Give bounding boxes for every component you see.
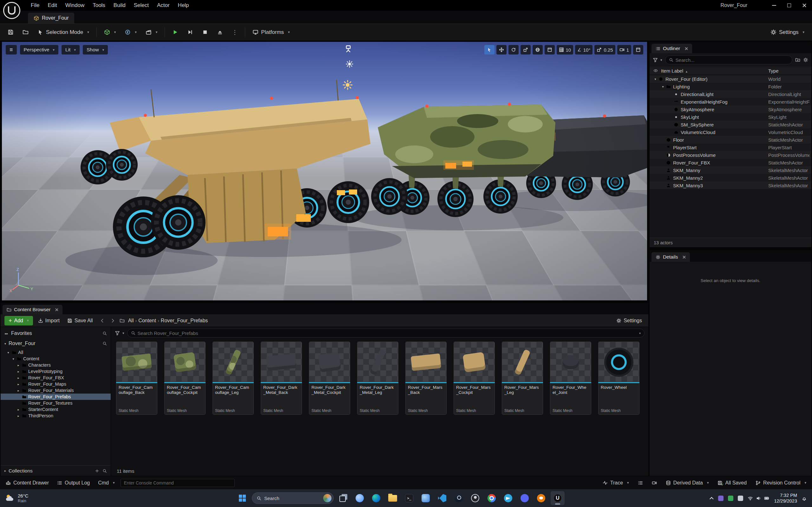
folder-tree-item[interactable]: Rover_Four_Prefabs [1,394,111,400]
breadcrumb-all[interactable]: All [127,318,135,324]
directional-light-gizmo[interactable] [343,80,353,91]
expand-arrow-icon[interactable] [660,85,665,89]
asset-searchbox[interactable]: ▾ [127,329,645,337]
show-dropdown[interactable]: Show [83,45,108,55]
search-icon[interactable] [102,331,107,336]
outliner-filter-button[interactable] [653,57,662,62]
outliner-row[interactable]: Rover_Four_FBX StaticMeshActor [650,159,811,166]
weather-widget[interactable]: 26°C Rain [5,493,88,503]
trace-dropdown[interactable]: Trace [600,478,631,488]
outliner-row[interactable]: ExponentialHeightFog ExponentialHeightFo… [650,98,811,106]
breadcrumb-current-folder[interactable]: Rover_Four_Prefabs [160,318,209,324]
folder-tree-item[interactable]: Rover_Four_Maps [1,381,111,387]
all-saved-button[interactable]: All Saved [715,478,749,488]
grid-snap-button[interactable]: 10 [557,45,573,55]
outliner-row[interactable]: SM_SkySphere StaticMeshActor [650,121,811,128]
expand-arrow-icon[interactable] [16,363,20,367]
outliner-row[interactable]: SkyAtmosphere SkyAtmosphere [650,106,811,113]
menu-item[interactable]: File [27,0,44,11]
expand-arrow-icon[interactable] [6,351,10,354]
folder-tree-item[interactable]: Rover_Four_Textures [1,400,111,406]
taskbar-app-icon[interactable] [369,491,383,505]
outliner-row[interactable]: Rover_Four (Editor) World [650,75,811,83]
forward-button[interactable] [109,317,117,325]
outliner-row[interactable]: DirectionalLight DirectionalLight [650,90,811,98]
type-column[interactable]: Type [768,68,779,73]
asset-tile[interactable]: Rover_Four_Wheel_Joint Static Mesh [550,342,591,415]
menu-item[interactable]: Tools [89,0,109,11]
expand-arrow-icon[interactable] [16,389,20,392]
taskbar-app-icon[interactable] [435,491,449,505]
saved-searches-chevron-icon[interactable]: ▾ [639,331,641,335]
taskbar-clock[interactable]: 7:32 PM 12/29/2023 [774,493,797,504]
breadcrumb-content[interactable]: Content [137,318,157,324]
taskbar-app-icon[interactable] [419,491,433,505]
folder-tree-item[interactable]: LevelPrototyping [1,368,111,375]
taskbar-app-icon[interactable] [468,491,482,505]
outliner-column-headers[interactable]: Item Label Type [650,66,811,75]
outliner-settings-gear-icon[interactable] [803,57,808,62]
add-collection-icon[interactable] [95,469,99,473]
favorites-section[interactable]: ▸ Favorites [1,328,111,338]
expand-arrow-icon[interactable] [16,383,20,386]
search-icon[interactable] [102,341,107,346]
close-icon[interactable] [682,256,686,259]
select-tool-button[interactable] [484,45,495,55]
tray-app-icon[interactable] [738,496,743,501]
outliner-row[interactable]: Lighting Folder [650,83,811,90]
taskbar-app-icon[interactable] [501,491,515,505]
close-icon[interactable] [684,47,688,50]
outliner-row[interactable]: PostProcessVolume PostProcessVolume [650,151,811,159]
level-viewport[interactable]: ≡ Perspective Lit Show 10 ∠10° 0.25 1 Z … [2,42,647,300]
viewport-3d-scene[interactable] [2,42,647,300]
asset-tile[interactable]: Rover_Wheel Static Mesh [598,342,640,415]
outliner-row[interactable]: Floor StaticMeshActor [650,136,811,144]
taskbar-app-icon[interactable] [551,491,565,505]
taskbar-app-icon[interactable] [485,491,499,505]
settings-dropdown[interactable]: Settings [767,26,808,38]
level-tab[interactable]: Rover_Four [28,13,74,23]
platforms-dropdown[interactable]: Platforms [249,26,293,38]
collections-section[interactable]: ▸ Collections [1,465,111,476]
asset-tile[interactable]: Rover_Four_Camouflage_Leg Static Mesh [212,342,254,415]
surface-snap-button[interactable] [545,45,555,55]
asset-tile[interactable]: Rover_Four_Dark_Metal_Leg Static Mesh [357,342,398,415]
add-actor-dropdown[interactable] [101,26,119,38]
search-icon[interactable] [102,469,107,473]
expand-arrow-icon[interactable] [16,414,20,418]
insights-button[interactable] [635,478,646,488]
outliner-row[interactable]: PlayerStart PlayerStart [650,144,811,151]
hidden-icons-chevron-icon[interactable] [710,497,714,501]
blueprints-dropdown[interactable] [121,26,140,38]
asset-tile[interactable]: Rover_Four_Dark_Metal_Back Static Mesh [261,342,302,415]
asset-tile[interactable]: Rover_Four_Camouflage_Cockpit Static Mes… [164,342,206,415]
menu-item[interactable]: Edit [44,0,61,11]
folder-tree-item[interactable]: Rover_Four_FBX [1,375,111,381]
scale-tool-button[interactable] [520,45,531,55]
menu-item[interactable]: Help [174,0,193,11]
taskbar-app-icon[interactable] [353,491,367,505]
minimize-button[interactable] [766,0,781,11]
outliner-tab[interactable]: Outliner [652,44,692,53]
close-button[interactable] [797,0,812,11]
maximize-viewport-button[interactable] [633,45,643,55]
taskbar-search[interactable]: Search [252,493,334,504]
content-browser-settings-button[interactable]: Settings [614,316,645,326]
taskbar-app-icon[interactable] [452,491,466,505]
taskbar-app-icon[interactable] [518,491,531,505]
asset-filter-button[interactable] [115,331,124,336]
taskbar-app-icon[interactable] [386,491,400,505]
start-button[interactable] [235,491,249,505]
cmd-dropdown[interactable]: Cmd [96,478,117,488]
scale-snap-button[interactable]: 0.25 [595,45,615,55]
folder-tree-item[interactable]: All [1,349,111,355]
outliner-row[interactable]: SKM_Manny2 SkeletalMeshActor [650,174,811,181]
asset-tile[interactable]: Rover_Four_Camouflage_Back Static Mesh [116,342,157,415]
frame-skip-button[interactable] [184,26,196,38]
content-browser-tab[interactable]: Content Browser [3,305,62,314]
camera-speed-button[interactable]: 1 [617,45,631,55]
taskbar-app-icon[interactable] [402,491,416,505]
screenshot-button[interactable] [649,478,659,488]
eject-button[interactable] [214,26,226,38]
content-drawer-button[interactable]: Content Drawer [3,478,51,488]
